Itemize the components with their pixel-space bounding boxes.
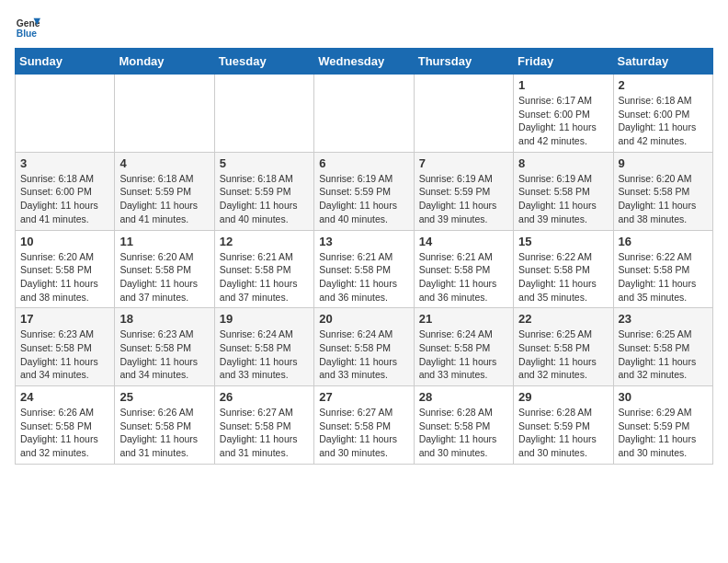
day-info: Sunrise: 6:28 AM Sunset: 5:59 PM Dayligh… <box>518 406 608 460</box>
day-number: 4 <box>119 156 209 170</box>
day-number: 20 <box>319 312 408 326</box>
calendar-cell: 20Sunrise: 6:24 AM Sunset: 5:58 PM Dayli… <box>314 308 414 386</box>
day-info: Sunrise: 6:19 AM Sunset: 5:59 PM Dayligh… <box>319 172 408 226</box>
day-info: Sunrise: 6:26 AM Sunset: 5:58 PM Dayligh… <box>20 406 109 460</box>
day-number: 21 <box>419 312 508 326</box>
day-number: 19 <box>220 312 309 326</box>
calendar-cell: 16Sunrise: 6:22 AM Sunset: 5:58 PM Dayli… <box>613 230 712 308</box>
calendar-cell: 30Sunrise: 6:29 AM Sunset: 5:59 PM Dayli… <box>613 386 712 465</box>
day-info: Sunrise: 6:19 AM Sunset: 5:59 PM Dayligh… <box>419 172 508 226</box>
calendar-cell: 9Sunrise: 6:20 AM Sunset: 5:58 PM Daylig… <box>613 152 712 230</box>
calendar-cell: 1Sunrise: 6:17 AM Sunset: 6:00 PM Daylig… <box>514 75 613 153</box>
day-info: Sunrise: 6:23 AM Sunset: 5:58 PM Dayligh… <box>119 327 209 382</box>
calendar-cell <box>115 75 214 153</box>
day-number: 13 <box>319 235 408 248</box>
header: General Blue <box>15 15 713 40</box>
day-info: Sunrise: 6:18 AM Sunset: 6:00 PM Dayligh… <box>20 172 109 226</box>
calendar-cell: 21Sunrise: 6:24 AM Sunset: 5:58 PM Dayli… <box>414 308 513 386</box>
day-info: Sunrise: 6:22 AM Sunset: 5:58 PM Dayligh… <box>619 250 708 304</box>
calendar-cell: 26Sunrise: 6:27 AM Sunset: 5:58 PM Dayli… <box>214 386 313 465</box>
day-info: Sunrise: 6:29 AM Sunset: 5:59 PM Dayligh… <box>619 406 708 460</box>
calendar-table: SundayMondayTuesdayWednesdayThursdayFrid… <box>15 48 713 465</box>
day-number: 17 <box>20 312 109 326</box>
day-info: Sunrise: 6:24 AM Sunset: 5:58 PM Dayligh… <box>319 327 408 382</box>
calendar-week-row: 24Sunrise: 6:26 AM Sunset: 5:58 PM Dayli… <box>16 386 713 465</box>
day-header-thursday: Thursday <box>414 49 513 75</box>
day-info: Sunrise: 6:26 AM Sunset: 5:58 PM Dayligh… <box>119 406 209 460</box>
calendar-cell: 17Sunrise: 6:23 AM Sunset: 5:58 PM Dayli… <box>16 308 115 386</box>
day-info: Sunrise: 6:21 AM Sunset: 5:58 PM Dayligh… <box>419 250 508 304</box>
day-header-friday: Friday <box>514 49 613 75</box>
calendar-cell: 18Sunrise: 6:23 AM Sunset: 5:58 PM Dayli… <box>115 308 214 386</box>
day-info: Sunrise: 6:18 AM Sunset: 5:59 PM Dayligh… <box>220 172 309 226</box>
day-info: Sunrise: 6:25 AM Sunset: 5:58 PM Dayligh… <box>518 327 608 382</box>
day-number: 5 <box>220 156 309 170</box>
calendar-cell: 15Sunrise: 6:22 AM Sunset: 5:58 PM Dayli… <box>514 230 613 308</box>
calendar-cell: 24Sunrise: 6:26 AM Sunset: 5:58 PM Dayli… <box>16 386 115 465</box>
calendar-cell <box>16 75 115 153</box>
day-number: 9 <box>619 156 708 170</box>
calendar-cell: 14Sunrise: 6:21 AM Sunset: 5:58 PM Dayli… <box>414 230 513 308</box>
day-number: 22 <box>518 312 608 326</box>
calendar-cell: 27Sunrise: 6:27 AM Sunset: 5:58 PM Dayli… <box>314 386 414 465</box>
calendar-week-row: 3Sunrise: 6:18 AM Sunset: 6:00 PM Daylig… <box>16 152 713 230</box>
calendar-cell <box>314 75 414 153</box>
day-info: Sunrise: 6:17 AM Sunset: 6:00 PM Dayligh… <box>518 94 608 148</box>
day-info: Sunrise: 6:28 AM Sunset: 5:58 PM Dayligh… <box>419 406 508 460</box>
day-number: 18 <box>119 312 209 326</box>
calendar-cell: 10Sunrise: 6:20 AM Sunset: 5:58 PM Dayli… <box>16 230 115 308</box>
day-number: 14 <box>419 235 508 248</box>
calendar-cell: 29Sunrise: 6:28 AM Sunset: 5:59 PM Dayli… <box>514 386 613 465</box>
day-number: 24 <box>20 390 109 404</box>
calendar-cell: 7Sunrise: 6:19 AM Sunset: 5:59 PM Daylig… <box>414 152 513 230</box>
calendar-cell: 5Sunrise: 6:18 AM Sunset: 5:59 PM Daylig… <box>214 152 313 230</box>
day-info: Sunrise: 6:21 AM Sunset: 5:58 PM Dayligh… <box>220 250 309 304</box>
day-number: 2 <box>619 78 708 92</box>
svg-text:Blue: Blue <box>17 29 38 39</box>
day-info: Sunrise: 6:25 AM Sunset: 5:58 PM Dayligh… <box>619 327 708 382</box>
day-number: 15 <box>518 235 608 248</box>
day-info: Sunrise: 6:20 AM Sunset: 5:58 PM Dayligh… <box>619 172 708 226</box>
calendar-cell: 13Sunrise: 6:21 AM Sunset: 5:58 PM Dayli… <box>314 230 414 308</box>
day-number: 6 <box>319 156 408 170</box>
calendar-cell: 6Sunrise: 6:19 AM Sunset: 5:59 PM Daylig… <box>314 152 414 230</box>
day-info: Sunrise: 6:23 AM Sunset: 5:58 PM Dayligh… <box>20 327 109 382</box>
calendar-cell: 19Sunrise: 6:24 AM Sunset: 5:58 PM Dayli… <box>214 308 313 386</box>
day-info: Sunrise: 6:18 AM Sunset: 6:00 PM Dayligh… <box>619 94 708 148</box>
day-number: 7 <box>419 156 508 170</box>
day-number: 10 <box>20 235 109 248</box>
calendar-cell: 3Sunrise: 6:18 AM Sunset: 6:00 PM Daylig… <box>16 152 115 230</box>
calendar-cell: 22Sunrise: 6:25 AM Sunset: 5:58 PM Dayli… <box>514 308 613 386</box>
day-number: 28 <box>419 390 508 404</box>
day-number: 11 <box>119 235 209 248</box>
calendar-week-row: 17Sunrise: 6:23 AM Sunset: 5:58 PM Dayli… <box>16 308 713 386</box>
day-number: 16 <box>619 235 708 248</box>
day-number: 23 <box>619 312 708 326</box>
day-info: Sunrise: 6:24 AM Sunset: 5:58 PM Dayligh… <box>220 327 309 382</box>
day-header-saturday: Saturday <box>613 49 712 75</box>
day-info: Sunrise: 6:20 AM Sunset: 5:58 PM Dayligh… <box>119 250 209 304</box>
day-number: 25 <box>119 390 209 404</box>
day-number: 3 <box>20 156 109 170</box>
day-info: Sunrise: 6:24 AM Sunset: 5:58 PM Dayligh… <box>419 327 508 382</box>
day-number: 12 <box>220 235 309 248</box>
day-header-tuesday: Tuesday <box>214 49 313 75</box>
calendar-cell: 12Sunrise: 6:21 AM Sunset: 5:58 PM Dayli… <box>214 230 313 308</box>
calendar-cell: 23Sunrise: 6:25 AM Sunset: 5:58 PM Dayli… <box>613 308 712 386</box>
day-number: 26 <box>220 390 309 404</box>
day-header-wednesday: Wednesday <box>314 49 414 75</box>
day-header-sunday: Sunday <box>16 49 115 75</box>
day-number: 29 <box>518 390 608 404</box>
calendar-cell: 28Sunrise: 6:28 AM Sunset: 5:58 PM Dayli… <box>414 386 513 465</box>
day-info: Sunrise: 6:27 AM Sunset: 5:58 PM Dayligh… <box>319 406 408 460</box>
day-number: 8 <box>518 156 608 170</box>
calendar-header-row: SundayMondayTuesdayWednesdayThursdayFrid… <box>16 49 713 75</box>
day-header-monday: Monday <box>115 49 214 75</box>
day-info: Sunrise: 6:20 AM Sunset: 5:58 PM Dayligh… <box>20 250 109 304</box>
calendar-cell: 2Sunrise: 6:18 AM Sunset: 6:00 PM Daylig… <box>613 75 712 153</box>
calendar-week-row: 10Sunrise: 6:20 AM Sunset: 5:58 PM Dayli… <box>16 230 713 308</box>
calendar-week-row: 1Sunrise: 6:17 AM Sunset: 6:00 PM Daylig… <box>16 75 713 153</box>
calendar-cell: 25Sunrise: 6:26 AM Sunset: 5:58 PM Dayli… <box>115 386 214 465</box>
calendar-cell <box>414 75 513 153</box>
day-info: Sunrise: 6:27 AM Sunset: 5:58 PM Dayligh… <box>220 406 309 460</box>
